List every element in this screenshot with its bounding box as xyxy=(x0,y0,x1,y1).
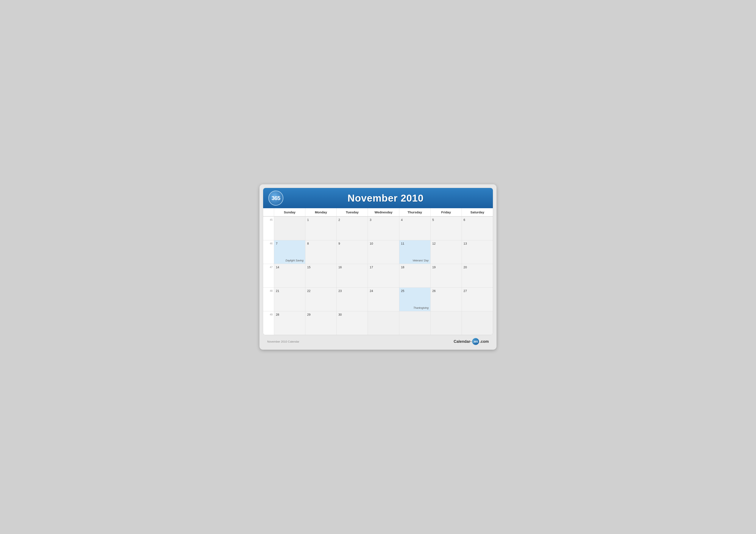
cal-cell-week0-day4: 4 xyxy=(399,216,430,240)
calendar-grid: 45123456467Daylight Saving891011Veterans… xyxy=(263,216,493,335)
event-label: Veterans' Day xyxy=(413,259,429,262)
date-num: 30 xyxy=(338,313,342,316)
cal-cell-week4-day1: 29 xyxy=(305,311,337,335)
cal-cell-week1-day6: 13 xyxy=(462,240,493,264)
day-header-friday: Friday xyxy=(430,208,462,216)
cal-cell-week1-day4: 11Veterans' Day xyxy=(399,240,430,264)
cal-cell-week4-day5 xyxy=(430,311,462,335)
footer-right-brand: Calendar- 365 .com xyxy=(454,338,489,345)
cal-cell-week2-day1: 15 xyxy=(305,264,337,288)
date-num: 24 xyxy=(369,289,373,292)
logo-badge: 365 xyxy=(268,191,284,206)
calendar-container: 365 November 2010 Sunday Monday Tuesday … xyxy=(263,188,493,335)
cal-cell-week4-day2: 30 xyxy=(337,311,368,335)
footer-logo-badge: 365 xyxy=(472,338,479,345)
date-num: 5 xyxy=(432,218,434,221)
calendar-header: 365 November 2010 xyxy=(263,188,493,208)
cal-cell-week4-day6 xyxy=(462,311,493,335)
day-header-thursday: Thursday xyxy=(399,208,430,216)
cal-cell-week3-day3: 24 xyxy=(368,288,399,311)
date-num: 14 xyxy=(276,266,279,269)
cal-cell-week2-day6: 20 xyxy=(462,264,493,288)
event-label: Thanksgiving xyxy=(413,306,429,309)
page-wrapper: 365 November 2010 Sunday Monday Tuesday … xyxy=(259,184,497,350)
date-num: 7 xyxy=(276,242,278,245)
footer: November 2010 Calendar Calendar- 365 .co… xyxy=(263,335,493,346)
cal-cell-week2-day3: 17 xyxy=(368,264,399,288)
cal-cell-week4-day0: 28 xyxy=(274,311,305,335)
date-num: 9 xyxy=(338,242,340,245)
date-num: 16 xyxy=(338,266,342,269)
week-num-48: 48 xyxy=(263,288,274,311)
cal-cell-week0-day3: 3 xyxy=(368,216,399,240)
cal-cell-week0-day5: 5 xyxy=(430,216,462,240)
cal-cell-week1-day5: 12 xyxy=(430,240,462,264)
cal-cell-week3-day4: 25Thanksgiving xyxy=(399,288,430,311)
week-num-header xyxy=(263,208,274,216)
week-num-46: 46 xyxy=(263,240,274,264)
cal-cell-week0-day1: 1 xyxy=(305,216,337,240)
date-num: 26 xyxy=(432,289,436,292)
cal-cell-week1-day0: 7Daylight Saving xyxy=(274,240,305,264)
day-header-saturday: Saturday xyxy=(462,208,493,216)
day-headers-row: Sunday Monday Tuesday Wednesday Thursday… xyxy=(263,208,493,216)
date-num: 21 xyxy=(276,289,279,292)
date-num: 13 xyxy=(464,242,467,245)
cal-cell-week3-day6: 27 xyxy=(462,288,493,311)
day-header-tuesday: Tuesday xyxy=(337,208,368,216)
date-num: 12 xyxy=(432,242,436,245)
cal-cell-week1-day3: 10 xyxy=(368,240,399,264)
date-num: 17 xyxy=(369,266,373,269)
date-num: 15 xyxy=(307,266,310,269)
cal-cell-week1-day2: 9 xyxy=(337,240,368,264)
footer-brand-prefix: Calendar- xyxy=(454,339,472,344)
cal-cell-week4-day3 xyxy=(368,311,399,335)
date-num: 28 xyxy=(276,313,279,316)
footer-left-text: November 2010 Calendar xyxy=(267,340,299,343)
date-num: 27 xyxy=(464,289,467,292)
date-num: 4 xyxy=(401,218,403,221)
cal-cell-week3-day5: 26 xyxy=(430,288,462,311)
date-num: 2 xyxy=(338,218,340,221)
cal-cell-week2-day2: 16 xyxy=(337,264,368,288)
cal-cell-week2-day5: 19 xyxy=(430,264,462,288)
date-num: 11 xyxy=(401,242,405,245)
week-num-45: 45 xyxy=(263,216,274,240)
cal-cell-week1-day1: 8 xyxy=(305,240,337,264)
date-num: 8 xyxy=(307,242,309,245)
cal-cell-week0-day6: 6 xyxy=(462,216,493,240)
date-num: 20 xyxy=(464,266,467,269)
date-num: 25 xyxy=(401,289,405,292)
date-num: 23 xyxy=(338,289,342,292)
date-num: 19 xyxy=(432,266,436,269)
week-num-47: 47 xyxy=(263,264,274,288)
week-num-49: 49 xyxy=(263,311,274,335)
cal-cell-week2-day0: 14 xyxy=(274,264,305,288)
cal-cell-week0-day2: 2 xyxy=(337,216,368,240)
cal-cell-week3-day0: 21 xyxy=(274,288,305,311)
day-header-sunday: Sunday xyxy=(274,208,305,216)
cal-cell-week4-day4 xyxy=(399,311,430,335)
cal-cell-week0-day0 xyxy=(274,216,305,240)
cal-cell-week3-day1: 22 xyxy=(305,288,337,311)
date-num: 18 xyxy=(401,266,405,269)
date-num: 29 xyxy=(307,313,310,316)
date-num: 1 xyxy=(307,218,309,221)
day-header-wednesday: Wednesday xyxy=(368,208,399,216)
event-label: Daylight Saving xyxy=(285,259,304,262)
footer-brand-suffix: .com xyxy=(480,339,489,344)
day-header-monday: Monday xyxy=(305,208,337,216)
cal-cell-week2-day4: 18 xyxy=(399,264,430,288)
cal-cell-week3-day2: 23 xyxy=(337,288,368,311)
date-num: 22 xyxy=(307,289,310,292)
date-num: 6 xyxy=(464,218,465,221)
calendar-title: November 2010 xyxy=(284,192,488,204)
date-num: 10 xyxy=(369,242,373,245)
date-num: 3 xyxy=(369,218,371,221)
